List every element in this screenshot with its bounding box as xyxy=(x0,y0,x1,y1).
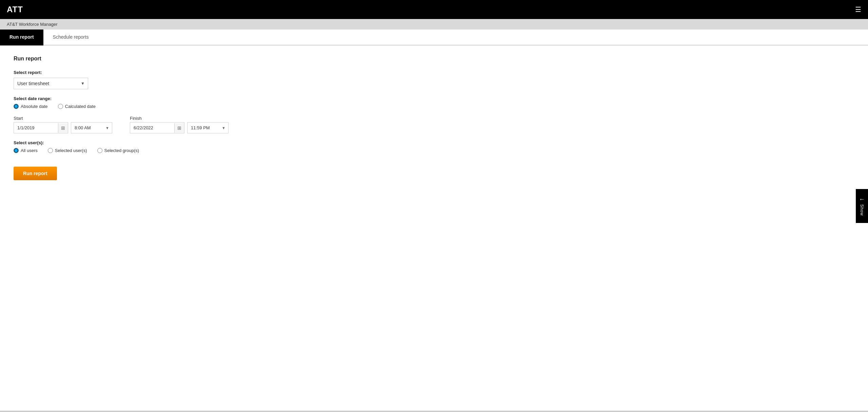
side-panel-label: Show xyxy=(860,204,864,216)
bottom-border xyxy=(0,411,868,412)
section-title: Run report xyxy=(14,56,854,62)
finish-group: Finish ⊞ 11:59 PM 12:00 PM 5:00 PM 6:00 … xyxy=(130,116,229,133)
select-report-label: Select report: xyxy=(14,70,854,75)
app-logo: ATT xyxy=(7,5,23,14)
side-panel-arrow-icon: ← xyxy=(859,196,865,203)
radio-selected-users[interactable]: Selected user(s) xyxy=(48,148,87,153)
radio-all-users[interactable]: All users xyxy=(14,148,38,153)
subtitle-bar: AT&T Workforce Manager xyxy=(0,19,868,30)
radio-selected-users-input[interactable] xyxy=(48,148,53,153)
start-date-input[interactable] xyxy=(14,123,58,133)
select-report-dropdown[interactable]: User timesheet Activity report Time off … xyxy=(14,78,88,89)
finish-label: Finish xyxy=(130,116,229,121)
select-report-group: Select report: User timesheet Activity r… xyxy=(14,70,854,89)
select-report-wrapper: User timesheet Activity report Time off … xyxy=(14,78,88,89)
menu-icon[interactable]: ☰ xyxy=(855,5,861,14)
radio-selected-groups[interactable]: Selected group(s) xyxy=(97,148,139,153)
main-content: Run report Select report: User timesheet… xyxy=(0,45,868,412)
top-nav-bar: ATT ☰ xyxy=(0,0,868,19)
radio-selected-groups-input[interactable] xyxy=(97,148,102,153)
select-users-label: Select user(s): xyxy=(14,140,854,145)
radio-absolute-input[interactable] xyxy=(14,104,19,109)
start-label: Start xyxy=(14,116,112,121)
start-group: Start ⊞ 12:00 AM 8:00 AM 9:00 AM 12:00 P… xyxy=(14,116,112,133)
finish-date-input[interactable] xyxy=(130,123,174,133)
date-range-group: Select date range: Absolute date Calcula… xyxy=(14,96,854,109)
radio-calculated-input[interactable] xyxy=(58,104,63,109)
start-date-wrapper: ⊞ xyxy=(14,122,68,133)
tab-run-report[interactable]: Run report xyxy=(0,30,43,45)
start-time-select[interactable]: 12:00 AM 8:00 AM 9:00 AM 12:00 PM xyxy=(71,123,112,133)
finish-time-select[interactable]: 11:59 PM 12:00 PM 5:00 PM 6:00 PM xyxy=(188,123,228,133)
finish-calendar-icon[interactable]: ⊞ xyxy=(174,123,184,133)
radio-all-users-input[interactable] xyxy=(14,148,19,153)
start-time-wrapper: 12:00 AM 8:00 AM 9:00 AM 12:00 PM ▼ xyxy=(71,122,112,133)
select-users-group: Select user(s): All users Selected user(… xyxy=(14,140,854,153)
side-panel-toggle[interactable]: ← Show xyxy=(856,189,868,223)
tab-bar: Run report Schedule reports xyxy=(0,30,868,45)
date-range-radio-group: Absolute date Calculated date xyxy=(14,104,854,109)
finish-time-wrapper: 11:59 PM 12:00 PM 5:00 PM 6:00 PM ▼ xyxy=(187,122,229,133)
run-report-button[interactable]: Run report xyxy=(14,167,57,180)
radio-absolute-date[interactable]: Absolute date xyxy=(14,104,48,109)
start-calendar-icon[interactable]: ⊞ xyxy=(58,123,68,133)
finish-date-wrapper: ⊞ xyxy=(130,122,184,133)
date-range-label: Select date range: xyxy=(14,96,854,101)
subtitle-text: AT&T Workforce Manager xyxy=(7,22,58,27)
radio-calculated-date[interactable]: Calculated date xyxy=(58,104,96,109)
tab-schedule-reports[interactable]: Schedule reports xyxy=(43,30,98,45)
user-radio-group: All users Selected user(s) Selected grou… xyxy=(14,148,854,153)
datetime-row: Start ⊞ 12:00 AM 8:00 AM 9:00 AM 12:00 P… xyxy=(14,116,854,133)
